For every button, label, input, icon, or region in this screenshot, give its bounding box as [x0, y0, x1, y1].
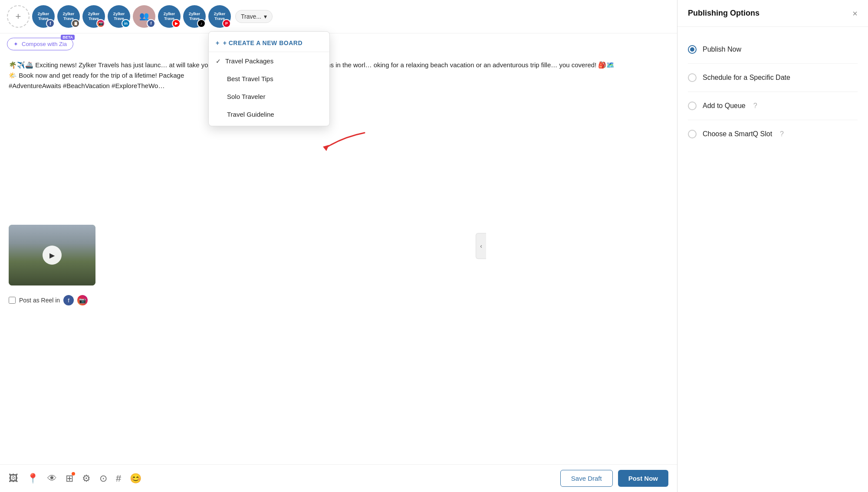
avatar-group[interactable]: 👥 f — [133, 5, 155, 28]
publishing-options: Publish Now Schedule for a Specific Date… — [677, 27, 868, 157]
board-item-label: Solo Traveler — [227, 93, 265, 100]
zia-label: Compose with Zia — [22, 41, 67, 47]
no-check-spacer — [216, 75, 223, 82]
board-dropdown: + + CREATE A NEW BOARD ✓ Travel Packages… — [208, 31, 330, 126]
radio-smartq-slot[interactable] — [688, 130, 697, 138]
avatar-pinterest[interactable]: ZylkerTrave P — [208, 5, 231, 28]
add-network-button[interactable]: + — [7, 5, 30, 28]
radio-inner-dot — [690, 47, 694, 52]
pinterest-icon[interactable]: ⊙ — [99, 473, 107, 484]
facebook-reel-icon: f — [63, 295, 74, 305]
bottom-toolbar: 🖼 📍 👁 ⊞ ⚙ ⊙ # 😊 Save Draft Post Now — [0, 464, 677, 492]
board-item-solo-traveler[interactable]: Solo Traveler — [209, 88, 329, 105]
no-check-spacer — [216, 111, 223, 118]
post-now-button[interactable]: Post Now — [618, 470, 668, 487]
reel-label: Post as Reel in — [19, 297, 60, 304]
avatar-instagram[interactable]: ZylkerTrave 📷 — [82, 5, 105, 28]
option-publish-now[interactable]: Publish Now — [688, 36, 858, 64]
compose-zia-button[interactable]: ✦ Compose with Zia BETA — [7, 38, 73, 50]
reel-row: Post as Reel in f 📷 — [0, 291, 677, 310]
reel-checkbox[interactable] — [9, 297, 16, 304]
bottom-actions: Save Draft Post Now — [560, 470, 668, 487]
create-new-board-button[interactable]: + + CREATE A NEW BOARD — [209, 34, 329, 52]
board-item-label: Best Travel Tips — [227, 75, 273, 82]
post-text-area[interactable]: 🌴✈️🚢 Exciting news! Zylker Travels has j… — [0, 55, 677, 220]
video-thumbnail: ▶ — [9, 225, 95, 285]
zia-icon: ✦ — [13, 41, 18, 47]
checkmark-icon: ✓ — [216, 58, 221, 65]
avatar-linkedin[interactable]: ZylkerTrave in — [108, 5, 130, 28]
avatar-notes[interactable]: ZylkerTrave 📋 — [57, 5, 80, 28]
avatar-facebook[interactable]: ZylkerTrave f — [32, 5, 55, 28]
publish-now-label: Publish Now — [703, 46, 741, 53]
avatar-youtube[interactable]: ZylkerTrave ▶ — [158, 5, 181, 28]
radio-add-queue[interactable] — [688, 102, 697, 110]
network-selector[interactable]: Trave... ▾ — [235, 10, 273, 23]
compose-bar: ✦ Compose with Zia BETA — [0, 33, 677, 55]
smartq-slot-label: Choose a SmartQ Slot — [703, 130, 772, 138]
image-icon[interactable]: 🖼 — [9, 473, 18, 484]
panel-title: Publishing Options — [688, 9, 760, 18]
option-schedule-date[interactable]: Schedule for a Specific Date — [688, 64, 858, 92]
location-icon[interactable]: 📍 — [27, 473, 39, 484]
hashtag-icon[interactable]: # — [116, 473, 121, 484]
avatar-tiktok[interactable]: ZylkerTrave ♪ — [183, 5, 206, 28]
smartq-help-icon[interactable]: ? — [780, 130, 784, 138]
board-item-best-travel-tips[interactable]: Best Travel Tips — [209, 70, 329, 88]
radio-publish-now[interactable] — [688, 45, 697, 54]
close-panel-button[interactable]: × — [852, 9, 858, 18]
chevron-down-icon: ▾ — [264, 13, 267, 20]
plus-icon: + — [216, 39, 220, 46]
settings-icon[interactable]: ⚙ — [82, 473, 91, 484]
add-queue-label: Add to Queue — [703, 102, 746, 110]
board-item-label: Travel Packages — [225, 57, 273, 65]
emoji-icon[interactable]: 😊 — [130, 473, 141, 484]
network-selector-label: Trave... — [241, 13, 261, 20]
instagram-reel-icon: 📷 — [77, 295, 88, 305]
beta-badge: BETA — [61, 35, 75, 40]
board-item-label: Travel Guideline — [227, 111, 274, 118]
profile-row: + ZylkerTrave f ZylkerTrave 📋 ZylkerTrav… — [0, 0, 677, 33]
video-overlay: ▶ — [9, 225, 95, 285]
radio-schedule-date[interactable] — [688, 73, 697, 82]
no-check-spacer — [216, 93, 223, 100]
play-button[interactable]: ▶ — [43, 246, 62, 265]
panel-collapse-handle[interactable]: ‹ — [476, 233, 486, 259]
notification-dot — [72, 472, 75, 476]
schedule-date-label: Schedule for a Specific Date — [703, 74, 790, 82]
board-item-travel-guideline[interactable]: Travel Guideline — [209, 105, 329, 123]
save-draft-button[interactable]: Save Draft — [560, 470, 613, 487]
option-smartq-slot[interactable]: Choose a SmartQ Slot ? — [688, 120, 858, 148]
preview-icon[interactable]: 👁 — [47, 473, 57, 484]
panel-header: Publishing Options × — [677, 0, 868, 27]
board-item-travel-packages[interactable]: ✓ Travel Packages — [209, 52, 329, 70]
grid-icon[interactable]: ⊞ — [66, 473, 73, 484]
create-board-label: + CREATE A NEW BOARD — [223, 39, 302, 46]
publishing-panel: Publishing Options × Publish Now Schedul… — [677, 0, 868, 492]
add-queue-help-icon[interactable]: ? — [753, 102, 757, 110]
option-add-queue[interactable]: Add to Queue ? — [688, 92, 858, 120]
